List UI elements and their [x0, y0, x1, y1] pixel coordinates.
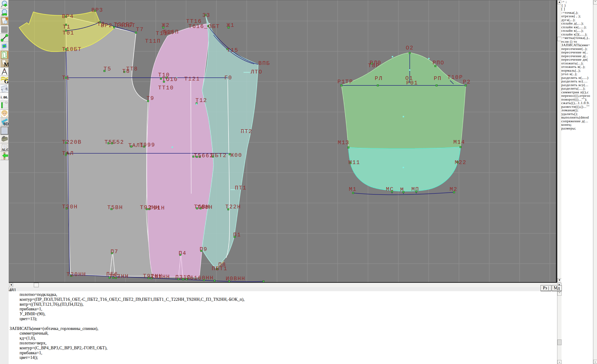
svg-text:Т999: Т999 — [140, 142, 155, 148]
svg-text:Т5Б52: Т5Б52 — [104, 139, 124, 145]
svg-text:Р01: Р01 — [406, 80, 418, 86]
svg-text:П9: П9 — [200, 246, 208, 253]
svg-text:Ж1: Ж1 — [227, 22, 235, 28]
svg-text:Т20Н: Т20Н — [62, 204, 78, 210]
svg-text:ЛТО: ЛТО — [251, 69, 263, 75]
svg-text:Т1: Т1 — [62, 75, 70, 81]
svg-text:Т10Р: Т10Р — [447, 74, 463, 80]
svg-text:П7: П7 — [110, 248, 118, 255]
svg-text:ВР4: ВР4 — [62, 13, 74, 20]
svg-text:Т6160НН: Т6160НН — [186, 275, 214, 281]
svg-text:М11: М11 — [348, 159, 360, 166]
svg-text:Т20НН: Т20НН — [66, 271, 86, 278]
svg-text:Г0: Г0 — [224, 75, 232, 81]
svg-text:Т91НН: Т91НН — [150, 274, 170, 280]
svg-text:ТТ10: ТТ10 — [158, 85, 174, 91]
svg-text:МП: МП — [411, 186, 419, 192]
svg-text:З3: З3 — [202, 12, 210, 18]
svg-text:Т7: Т7 — [136, 26, 144, 33]
svg-text:Т220В: Т220В — [62, 139, 82, 145]
svg-text:ТО10: ТО10 — [162, 76, 178, 83]
svg-text:И0ВНН: И0ВНН — [226, 276, 246, 282]
svg-text:РЛ: РЛ — [375, 75, 383, 82]
svg-text:М13: М13 — [338, 140, 350, 146]
svg-text:i_66.: i_66. — [1, 95, 8, 99]
svg-text:Т5662: Т5662 — [194, 153, 214, 159]
svg-text:Т15: Т15 — [227, 47, 239, 53]
svg-text:Р2: Р2 — [463, 79, 471, 85]
svg-text:ТТ8: ТТ8 — [126, 66, 138, 72]
svg-text:ПБТ1: ПБТ1 — [212, 266, 228, 272]
svg-text:Т91Н: Т91Н — [149, 205, 165, 211]
svg-text:РПО: РПО — [432, 60, 445, 66]
svg-text:Т22Н: Т22Н — [225, 204, 241, 210]
svg-text:Т4ОБТ: Т4ОБТ — [116, 22, 136, 29]
svg-text:П1: П1 — [233, 232, 241, 238]
svg-text:M: M — [4, 61, 8, 67]
svg-text:П4: П4 — [179, 250, 187, 256]
svg-text:Р1ТР: Р1ТР — [338, 79, 353, 85]
svg-text:М2: М2 — [450, 186, 457, 192]
svg-text:Т5: Т5 — [103, 66, 111, 72]
svg-text:Т01: Т01 — [63, 30, 74, 36]
svg-text:Т1: Т1 — [63, 24, 71, 30]
svg-text:ПТ2: ПТ2 — [241, 128, 252, 135]
svg-text:3D: 3D — [3, 122, 8, 126]
svg-text:М14: М14 — [453, 139, 465, 145]
svg-text:Т5ВН: Т5ВН — [107, 204, 123, 211]
svg-text:Т68Н: Т68Н — [197, 204, 213, 210]
svg-text:М1: М1 — [349, 186, 357, 192]
svg-text:ALG: ALG — [2, 148, 8, 151]
svg-text:О2: О2 — [406, 45, 414, 51]
svg-text:Т16П: Т16П — [163, 29, 179, 35]
svg-text:ВПБ: ВПБ — [258, 60, 270, 66]
svg-text:ПБТ2: ПБТ2 — [211, 152, 227, 159]
svg-text:Т9: Т9 — [146, 95, 154, 102]
svg-text:М: М — [400, 187, 404, 193]
svg-text:Т10БТ: Т10БТ — [62, 46, 82, 53]
svg-text:Ж2: Ж2 — [162, 22, 170, 28]
svg-text:ПТ1: ПТ1 — [235, 185, 247, 191]
svg-text:Т53НН: Т53НН — [109, 273, 129, 279]
svg-text:Ж00: Ж00 — [230, 152, 242, 158]
svg-text:Т121: Т121 — [184, 76, 200, 82]
svg-text:ТАЛ: ТАЛ — [62, 150, 74, 157]
svg-text:Т12: Т12 — [196, 97, 207, 103]
svg-text:Т616_ОБТ: Т616_ОБТ — [189, 23, 220, 30]
svg-text:РП: РП — [434, 75, 442, 82]
svg-text:Т11П: Т11П — [145, 38, 161, 44]
svg-text:МС: МС — [386, 186, 394, 192]
svg-text:ВР3: ВР3 — [91, 7, 103, 13]
svg-text:М22: М22 — [455, 159, 467, 166]
svg-text:G: G — [4, 78, 8, 84]
svg-text:ВР2: ВР2 — [101, 22, 113, 29]
svg-text:Т8Р: Т8Р — [368, 63, 380, 69]
